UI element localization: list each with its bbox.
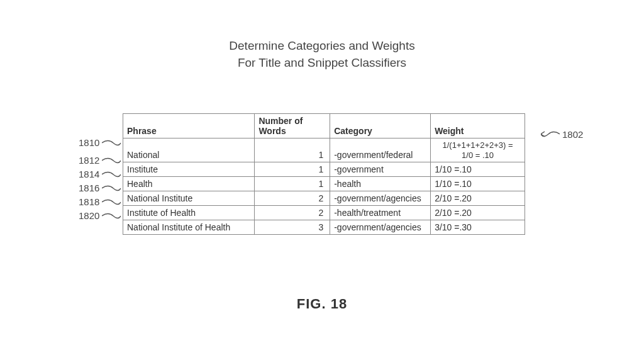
right-ref-label: 1802 — [541, 128, 583, 140]
cell-phrase: Institute — [123, 162, 255, 177]
cell-words: 2 — [255, 191, 330, 206]
cell-phrase: Institute of Health — [123, 206, 255, 220]
cell-weight: 2/10 =.20 — [431, 206, 525, 220]
cell-phrase: National Institute of Health — [123, 220, 255, 235]
leader-line-icon — [102, 199, 119, 205]
weights-table: Phrase Number of Words Category Weight N… — [123, 113, 525, 235]
cell-weight: 2/10 =.20 — [431, 191, 525, 206]
table-row: Institute 1 -government 1/10 =.10 — [123, 162, 525, 177]
ref-number: 1816 — [79, 183, 99, 193]
table-header-row: Phrase Number of Words Category Weight — [123, 114, 525, 138]
ref-label: 1810 — [79, 137, 119, 148]
cell-category: -health/treatment — [330, 206, 431, 220]
leader-arrow-icon — [541, 128, 560, 140]
table-row: Institute of Health 2 -health/treatment … — [123, 206, 525, 220]
ref-number: 1810 — [79, 137, 99, 148]
cell-category: -government/agencies — [330, 191, 431, 206]
header-weight: Weight — [431, 114, 525, 138]
title-line1: Determine Categories and Weights — [0, 38, 644, 55]
diagram-title: Determine Categories and Weights For Tit… — [0, 38, 644, 71]
leader-line-icon — [102, 213, 119, 219]
ref-label: 1820 — [79, 210, 119, 221]
ref-label: 1812 — [79, 155, 119, 166]
cell-words: 2 — [255, 206, 330, 220]
leader-line-icon — [102, 157, 119, 164]
table-row: Health 1 -health 1/10 =.10 — [123, 177, 525, 191]
cell-category: -government/agencies — [330, 220, 431, 235]
table-row: National Institute of Health 3 -governme… — [123, 220, 525, 235]
header-phrase: Phrase — [123, 114, 255, 138]
ref-number: 1818 — [79, 196, 99, 207]
cell-words: 1 — [255, 162, 330, 177]
cell-weight: 1/10 =.10 — [431, 162, 525, 177]
cell-category: -health — [330, 177, 431, 191]
cell-weight: 1/10 =.10 — [431, 177, 525, 191]
weight-line1: 1/(1+1+1+2+2+3) = — [435, 140, 521, 150]
leader-line-icon — [102, 140, 119, 146]
ref-label: 1818 — [79, 196, 119, 207]
ref-number: 1814 — [79, 169, 99, 179]
right-ref-number: 1802 — [562, 129, 583, 140]
cell-words: 1 — [255, 177, 330, 191]
ref-label: 1816 — [79, 183, 119, 193]
ref-label: 1814 — [79, 169, 119, 179]
cell-weight: 3/10 =.30 — [431, 220, 525, 235]
cell-words: 1 — [255, 138, 330, 162]
cell-weight: 1/(1+1+1+2+2+3) = 1/0 = .10 — [431, 138, 525, 162]
cell-phrase: National — [123, 138, 255, 162]
figure-label: FIG. 18 — [0, 296, 644, 312]
leader-line-icon — [102, 171, 119, 178]
weight-line2: 1/0 = .10 — [435, 150, 521, 161]
weights-table-container: Phrase Number of Words Category Weight N… — [123, 113, 525, 235]
leader-line-icon — [102, 185, 119, 191]
ref-number: 1812 — [79, 155, 99, 166]
header-words: Number of Words — [255, 114, 330, 138]
cell-phrase: National Institute — [123, 191, 255, 206]
title-line2: For Title and Snippet Classifiers — [0, 55, 644, 72]
cell-category: -government/federal — [330, 138, 431, 162]
ref-number: 1820 — [79, 210, 99, 221]
cell-phrase: Health — [123, 177, 255, 191]
header-category: Category — [330, 114, 431, 138]
table-row: National Institute 2 -government/agencie… — [123, 191, 525, 206]
table-row: National 1 -government/federal 1/(1+1+1+… — [123, 138, 525, 162]
cell-category: -government — [330, 162, 431, 177]
cell-words: 3 — [255, 220, 330, 235]
